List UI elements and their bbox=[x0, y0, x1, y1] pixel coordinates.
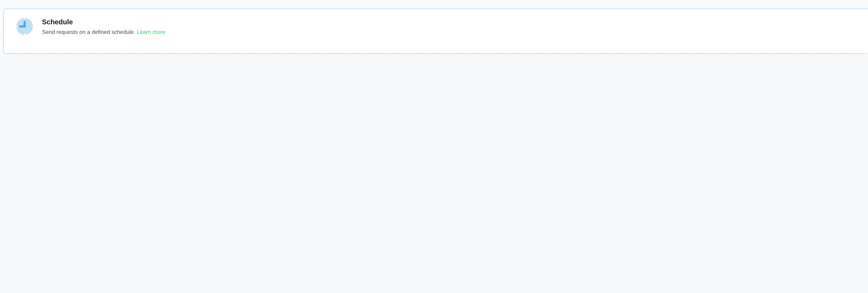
svg-rect-3 bbox=[16, 26, 18, 27]
svg-rect-1 bbox=[24, 18, 25, 20]
svg-point-7 bbox=[24, 25, 26, 28]
svg-rect-2 bbox=[24, 33, 25, 35]
card-content-left: Schedule Send requests on a defined sche… bbox=[16, 18, 165, 36]
card-description-text: Send requests on a defined schedule. bbox=[42, 29, 137, 35]
card-text-content: Schedule Send requests on a defined sche… bbox=[42, 18, 165, 36]
svg-rect-4 bbox=[32, 26, 33, 27]
card-description: Send requests on a defined schedule. Lea… bbox=[42, 28, 165, 36]
schedule-card: Schedule Send requests on a defined sche… bbox=[3, 9, 868, 54]
learn-more-link[interactable]: Learn more bbox=[137, 29, 165, 35]
clock-icon bbox=[16, 18, 33, 35]
card-title: Schedule bbox=[42, 18, 165, 26]
